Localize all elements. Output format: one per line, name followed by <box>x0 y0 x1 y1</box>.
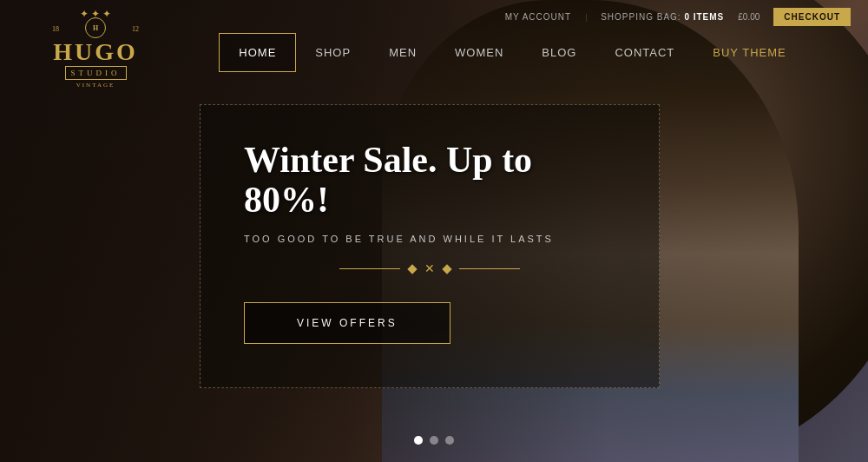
divider-diamond-left <box>407 264 417 274</box>
nav-shop[interactable]: SHOP <box>296 34 370 71</box>
main-nav: HOME SHOP MEN WOMEN BLOG CONTACT BUY THE… <box>0 33 868 72</box>
hero-title: Winter Sale. Up to 80%! <box>244 140 615 220</box>
divider-line-left <box>339 268 400 269</box>
divider-cross: ✕ <box>424 261 435 276</box>
divider-diamond-right <box>442 264 451 274</box>
nav-home[interactable]: HOME <box>219 33 296 72</box>
price-tag: £0.00 <box>738 12 760 22</box>
view-offers-button[interactable]: VIEW OFFERS <box>244 302 450 344</box>
nav-women[interactable]: WOMEN <box>436 34 523 71</box>
my-account-link[interactable]: MY ACCOUNT <box>505 12 572 22</box>
carousel-dot-3[interactable] <box>445 436 454 445</box>
nav-blog[interactable]: BLOG <box>523 34 595 71</box>
logo-year-left: 18 <box>52 25 59 33</box>
nav-contact[interactable]: CONTACT <box>595 34 694 71</box>
hero-divider: ✕ <box>244 261 615 276</box>
logo-vintage: VINTAGE <box>76 82 115 89</box>
shopping-bag-label: SHOPPING BAG: 0 ITEMS <box>601 12 724 22</box>
nav-buy-theme[interactable]: BUY THEME <box>694 34 805 71</box>
separator: | <box>585 12 587 22</box>
carousel-dots <box>414 436 454 445</box>
hero-subtitle: TOO GOOD TO BE TRUE AND WHILE IT LASTS <box>244 234 615 244</box>
divider-line-right <box>459 268 520 269</box>
hero-content-box: Winter Sale. Up to 80%! TOO GOOD TO BE T… <box>200 104 660 388</box>
hero-section: MY ACCOUNT | SHOPPING BAG: 0 ITEMS £0.00… <box>0 0 868 462</box>
logo-year-right: 12 <box>132 25 139 33</box>
nav-men[interactable]: MEN <box>370 34 436 71</box>
carousel-dot-1[interactable] <box>414 436 423 445</box>
logo-letter: H <box>93 24 98 32</box>
checkout-button[interactable]: CHECKOUT <box>773 8 851 26</box>
carousel-dot-2[interactable] <box>430 436 438 445</box>
